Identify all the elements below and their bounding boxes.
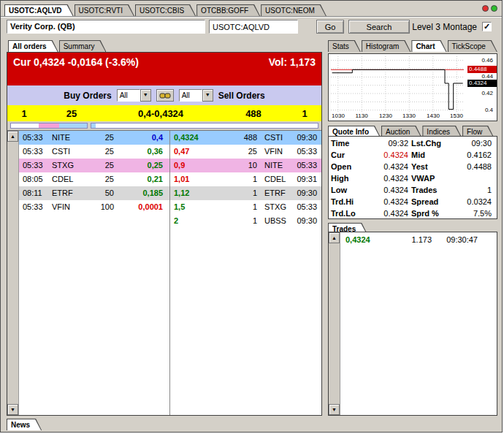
buy-order-row[interactable]: 05:33NITE250,4 <box>19 131 169 145</box>
symbol-tab-rvti[interactable]: USOTC:RVTI <box>75 4 134 16</box>
symbol-tab-cbis[interactable]: USOTC:CBIS <box>135 4 196 16</box>
sell-order-row[interactable]: 0,910NITE05:33 <box>170 159 321 172</box>
order-price: 0,21 <box>123 172 169 186</box>
symbol-tab-goff[interactable]: OTCBB:GOFF <box>196 4 260 16</box>
window-ok-icon[interactable] <box>491 5 497 12</box>
bid-count: 1 <box>7 108 41 119</box>
depth-segment <box>96 123 318 128</box>
search-button[interactable]: Search <box>348 20 410 34</box>
tab-label: Chart <box>412 41 446 52</box>
quote-value: 0.4324 <box>364 184 411 196</box>
go-button[interactable]: Go <box>316 20 344 34</box>
quote-header: Cur 0,4324 -0,0164 (-3.6%) Vol: 1,173 <box>7 53 321 85</box>
order-time: 05:33 <box>289 200 321 214</box>
order-price: 1,5 <box>174 200 219 214</box>
quote-label: Open <box>331 161 364 172</box>
order-price: 0,25 <box>123 159 169 172</box>
buy-order-row[interactable]: 08:11ETRF500,185 <box>19 186 169 200</box>
sell-order-row[interactable]: 1,011CDEL09:31 <box>170 172 321 186</box>
order-size: 100 <box>87 200 123 214</box>
window-close-icon[interactable] <box>482 5 489 12</box>
sell-order-row[interactable]: 21UBSS09:30 <box>170 214 321 228</box>
order-size: 10 <box>219 159 257 172</box>
chain-link-icon <box>159 92 171 99</box>
chevron-down-icon[interactable] <box>140 89 151 102</box>
sell-order-row[interactable]: 1,51STXG05:33 <box>170 200 321 214</box>
level3-montage-checkbox[interactable] <box>482 22 492 31</box>
order-market-maker: NITE <box>257 159 289 172</box>
scroll-up-icon[interactable] <box>329 232 340 243</box>
buy-order-row[interactable]: 05:33VFIN1000,0001 <box>19 200 169 214</box>
order-market-maker: ETRF <box>52 186 87 200</box>
link-filters-button[interactable] <box>156 89 174 102</box>
x-tick-label: 1230 <box>379 113 392 119</box>
quote-info-row: Low0.4324Trades1 <box>329 184 497 196</box>
buy-orders-table: 05:33NITE250,4 05:33CSTI250,36 05:33STXG… <box>19 131 170 415</box>
order-time: 05:33 <box>289 159 321 172</box>
news-tab-bar: News <box>7 417 42 430</box>
order-time: 09:30 <box>289 131 321 145</box>
inside-quote: 0,4-0,4324 <box>102 108 219 119</box>
tab-stats[interactable]: Stats <box>328 40 361 52</box>
orders-scrollbar[interactable] <box>7 131 19 415</box>
trade-row[interactable]: 0,4324 1.173 09:30:47 <box>341 232 497 245</box>
tab-chart[interactable]: Chart <box>411 40 446 52</box>
sell-order-row[interactable]: 1,121ETRF09:30 <box>170 186 321 200</box>
y-tick-label: 0.46 <box>480 57 495 64</box>
quote-value: 0.4324 <box>364 196 411 208</box>
order-market-maker: CSTI <box>52 145 87 159</box>
tab-news[interactable]: News <box>7 419 42 430</box>
order-market-maker: ETRF <box>257 186 289 200</box>
order-size: 25 <box>87 172 123 186</box>
scroll-down-icon[interactable] <box>7 404 18 415</box>
symbol-input[interactable] <box>209 20 298 34</box>
order-time: 09:30 <box>289 186 321 200</box>
buy-filter-dropdown[interactable]: All <box>117 89 151 102</box>
symbol-tab-label: USOTC:NEOM <box>261 5 326 16</box>
depth-segment <box>59 123 87 128</box>
tab-histogram[interactable]: Histogram <box>362 40 411 52</box>
order-size: 1 <box>219 186 257 200</box>
quote-value: 1 <box>455 184 495 196</box>
sell-order-row[interactable]: 0,4725VFIN05:33 <box>170 145 321 159</box>
tab-summary[interactable]: Summary <box>59 40 107 52</box>
y-tick-label: 0.4488 <box>467 66 497 73</box>
sell-orders-table: 0,4324488CSTI09:30 0,4725VFIN05:33 0,910… <box>170 131 321 415</box>
order-price: 1,12 <box>174 186 219 200</box>
sell-order-row[interactable]: 0,4324488CSTI09:30 <box>170 131 321 145</box>
order-size: 25 <box>219 145 257 159</box>
quote-value: 0.4324 <box>364 208 411 219</box>
sell-filter-dropdown[interactable]: All <box>179 89 213 102</box>
scroll-down-icon[interactable] <box>329 404 340 415</box>
level3-montage-label: Level 3 Montage <box>412 21 477 33</box>
symbol-tab-aqlvd[interactable]: USOTC:AQLVD <box>4 4 74 16</box>
buy-order-row[interactable]: 05:33STXG250,25 <box>19 159 169 172</box>
order-time: 05:33 <box>289 145 321 159</box>
chevron-down-icon[interactable] <box>202 89 213 102</box>
quote-label: VWAP <box>411 172 455 184</box>
symbol-tab-neom[interactable]: USOTC:NEOM <box>261 4 327 16</box>
buy-depth-bar <box>10 123 88 129</box>
symbol-tab-label: OTCBB:GOFF <box>197 5 259 16</box>
buy-order-row[interactable]: 08:05CDEL250,21 <box>19 172 169 186</box>
trades-panel: 0,4324 1.173 09:30:47 <box>328 232 497 416</box>
quote-info-table: Time09:32Lst.Chg09:30 Cur0.4324Mid0.4162… <box>328 136 497 219</box>
order-size: 25 <box>87 145 123 159</box>
tab-label: Summary <box>60 41 106 52</box>
trades-scrollbar[interactable] <box>329 232 340 415</box>
order-time: 05:33 <box>23 131 52 145</box>
quote-value: 0.4324 <box>364 149 411 161</box>
price-chart: 0.460.44880.440.43240.420.4 103011301230… <box>328 53 497 121</box>
buy-orders-label: Buy Orders <box>64 91 111 101</box>
buy-order-row[interactable]: 05:33CSTI250,36 <box>19 145 169 159</box>
order-market-maker: VFIN <box>257 145 289 159</box>
order-size: 1 <box>219 172 257 186</box>
symbol-tab-label: USOTC:CBIS <box>136 5 195 16</box>
quote-label: Sprd % <box>411 208 455 219</box>
scroll-up-icon[interactable] <box>7 131 18 142</box>
tab-tickscope[interactable]: TickScope <box>448 40 497 52</box>
montage-panel: Cur 0,4324 -0,0164 (-3.6%) Vol: 1,173 Bu… <box>7 52 322 416</box>
quote-label: Mid <box>411 149 455 161</box>
quote-info-row: Trd.Lo0.4324Sprd %7.5% <box>329 208 497 219</box>
tab-all-orders[interactable]: All orders <box>8 40 58 52</box>
